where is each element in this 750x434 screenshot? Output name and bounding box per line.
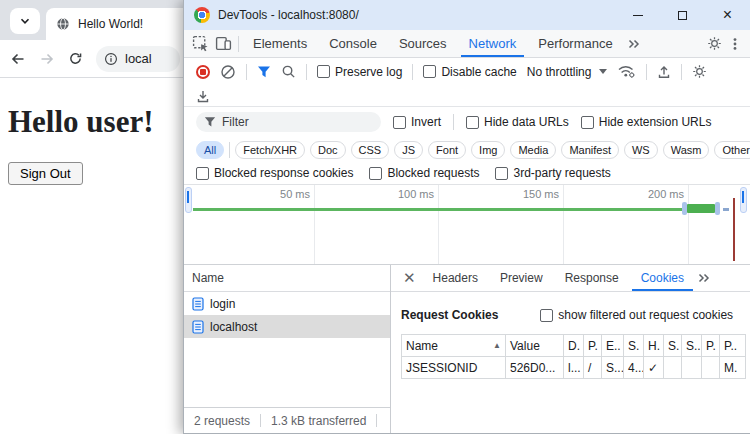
- tab-list-button[interactable]: [10, 8, 40, 34]
- close-details-icon[interactable]: ✕: [399, 269, 420, 287]
- col-secure[interactable]: S.: [664, 335, 682, 357]
- record-icon[interactable]: [196, 65, 210, 79]
- blocked-response-cookies-checkbox[interactable]: [196, 167, 209, 180]
- forward-icon[interactable]: [39, 51, 55, 67]
- col-samesite[interactable]: S..: [682, 335, 702, 357]
- gridline: [563, 185, 564, 264]
- filter-pill-other[interactable]: Other: [714, 141, 750, 159]
- filter-pill-css[interactable]: CSS: [351, 141, 390, 159]
- document-icon: [192, 320, 204, 334]
- device-toolbar-icon[interactable]: [215, 35, 232, 52]
- cookie-name: JSESSIONID: [402, 357, 506, 379]
- divider: [306, 64, 307, 80]
- hide-data-urls-checkbox[interactable]: [466, 116, 479, 129]
- info-icon[interactable]: [104, 52, 118, 66]
- tick-150ms: 150 ms: [523, 188, 559, 200]
- settings-gear-icon[interactable]: [707, 36, 722, 51]
- preserve-log-option: Preserve log: [317, 65, 402, 79]
- filter-pill-fetch-xhr[interactable]: Fetch/XHR: [235, 141, 305, 159]
- close-button[interactable]: ×: [705, 0, 750, 30]
- col-size[interactable]: S.: [624, 335, 644, 357]
- tab-performance[interactable]: Performance: [530, 30, 620, 57]
- blocked-response-cookies-label: Blocked response cookies: [214, 166, 353, 180]
- filter-pill-ws[interactable]: WS: [624, 141, 658, 159]
- selection-handle-right[interactable]: [715, 202, 720, 215]
- inspect-element-icon[interactable]: [192, 35, 209, 52]
- overview-grip-left[interactable]: [185, 187, 192, 213]
- sign-out-button[interactable]: Sign Out: [8, 162, 83, 185]
- invert-checkbox[interactable]: [393, 116, 406, 129]
- col-path[interactable]: P.: [584, 335, 602, 357]
- cookie-domain: l...: [564, 357, 584, 379]
- cookie-row-jsessionid[interactable]: JSESSIONID 526D0... l... / S... 4... ✓ M…: [402, 357, 746, 379]
- network-toolbar-row2: [184, 85, 750, 107]
- tab-preview[interactable]: Preview: [491, 265, 552, 291]
- window-title: DevTools - localhost:8080/: [218, 8, 607, 22]
- tab-title: Hello World!: [78, 17, 143, 31]
- col-httponly[interactable]: H.: [644, 335, 664, 357]
- request-name: login: [210, 297, 235, 311]
- blocked-requests-checkbox[interactable]: [369, 167, 382, 180]
- show-filtered-checkbox[interactable]: [540, 309, 553, 322]
- browser-tab[interactable]: Hello World!: [46, 8, 190, 40]
- devtools-window: DevTools - localhost:8080/ × Elements Co…: [183, 0, 750, 434]
- requests-name-header[interactable]: Name: [184, 265, 390, 292]
- network-settings-gear-icon[interactable]: [692, 64, 707, 79]
- request-type-filters: All Fetch/XHR Doc CSS JS Font Img Media …: [184, 137, 750, 162]
- cookie-partition: [702, 357, 720, 379]
- request-row-localhost[interactable]: localhost: [184, 315, 390, 338]
- maximize-button[interactable]: [660, 0, 705, 30]
- disable-cache-checkbox[interactable]: [423, 65, 436, 78]
- network-bottom-area: Name login localhost 2 requests 1.3 kB t…: [184, 265, 750, 433]
- tab-headers[interactable]: Headers: [424, 265, 487, 291]
- tab-sources[interactable]: Sources: [391, 30, 455, 57]
- cookie-samesite: [682, 357, 702, 379]
- tab-elements[interactable]: Elements: [245, 30, 315, 57]
- import-har-icon[interactable]: [657, 65, 671, 79]
- filter-pill-wasm[interactable]: Wasm: [663, 141, 710, 159]
- col-partition[interactable]: P.: [702, 335, 720, 357]
- minimize-icon: [633, 15, 643, 16]
- request-timeline-bar: [687, 204, 715, 213]
- filter-pill-js[interactable]: JS: [394, 141, 423, 159]
- filter-pill-media[interactable]: Media: [510, 141, 556, 159]
- col-expires[interactable]: E..: [602, 335, 624, 357]
- reload-icon[interactable]: [68, 51, 83, 66]
- disable-cache-option: Disable cache: [423, 65, 516, 79]
- preserve-log-checkbox[interactable]: [317, 65, 330, 78]
- filter-icon[interactable]: [257, 65, 271, 79]
- filter-pill-manifest[interactable]: Manifest: [561, 141, 619, 159]
- network-toolbar: Preserve log Disable cache No throttling: [184, 58, 750, 85]
- overview-grip-right[interactable]: [740, 187, 747, 213]
- network-conditions-icon[interactable]: [617, 64, 636, 79]
- clear-icon[interactable]: [220, 64, 236, 80]
- menu-dots-icon[interactable]: [728, 37, 742, 51]
- request-row-login[interactable]: login: [184, 292, 390, 315]
- back-icon[interactable]: [10, 51, 26, 67]
- search-icon[interactable]: [281, 64, 296, 79]
- filter-input[interactable]: [222, 115, 352, 129]
- col-domain[interactable]: D.: [564, 335, 584, 357]
- more-detail-tabs-icon[interactable]: [697, 271, 711, 285]
- export-har-icon[interactable]: [196, 89, 210, 103]
- tab-cookies[interactable]: Cookies: [632, 265, 693, 291]
- col-name[interactable]: Name▲: [402, 335, 506, 357]
- col-value[interactable]: Value: [506, 335, 564, 357]
- filter-pill-font[interactable]: Font: [428, 141, 466, 159]
- divider: [412, 64, 413, 80]
- minimize-button[interactable]: [615, 0, 660, 30]
- tab-network[interactable]: Network: [461, 30, 525, 57]
- third-party-requests-checkbox[interactable]: [495, 167, 508, 180]
- address-bar[interactable]: local: [96, 46, 180, 72]
- filter-pill-img[interactable]: Img: [471, 141, 505, 159]
- filter-pill-doc[interactable]: Doc: [310, 141, 346, 159]
- more-tabs-icon[interactable]: [627, 37, 641, 51]
- hide-extension-urls-checkbox[interactable]: [581, 116, 594, 129]
- tab-console[interactable]: Console: [321, 30, 385, 57]
- tab-response[interactable]: Response: [556, 265, 628, 291]
- network-overview-timeline[interactable]: 50 ms 100 ms 150 ms 200 ms: [184, 185, 750, 265]
- filter-pill-all[interactable]: All: [196, 141, 224, 159]
- col-priority[interactable]: P..: [720, 335, 746, 357]
- blocked-filters-row: Blocked response cookies Blocked request…: [184, 162, 750, 185]
- throttling-dropdown[interactable]: No throttling: [527, 65, 608, 79]
